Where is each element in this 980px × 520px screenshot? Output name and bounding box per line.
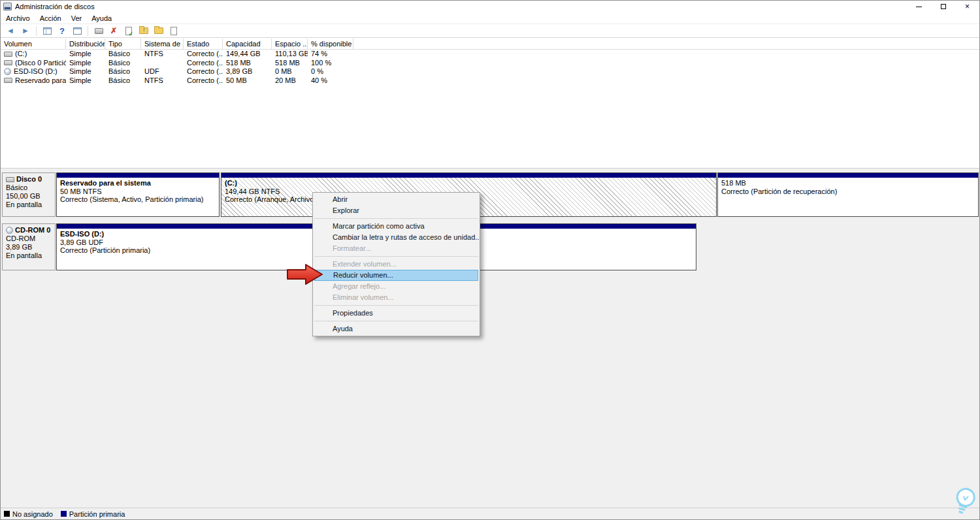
cell-capacidad: 3,89 GB <box>223 67 272 76</box>
cell-volumen: Reservado para el ... <box>1 76 66 86</box>
col-sistema[interactable]: Sistema de ... <box>141 39 184 50</box>
maximize-button[interactable] <box>931 1 955 12</box>
cell-distribucion: Simple <box>66 59 105 68</box>
menu-item-explorar[interactable]: Explorar <box>313 205 480 216</box>
cell-tipo: Básico <box>105 59 141 68</box>
rescan-disks-button[interactable] <box>93 25 105 37</box>
cell-volumen: (C:) <box>1 50 66 59</box>
disk-management-window: Administración de discos × Archivo Acció… <box>0 0 980 520</box>
lightbulb-watermark-icon <box>947 484 980 519</box>
col-volumen[interactable]: Volumen <box>1 39 66 50</box>
graphical-view: Disco 0 Básico 150,00 GB En pantalla Res… <box>1 168 979 509</box>
menu-item-extender-volumen[interactable]: Extender volumen... <box>313 259 480 270</box>
menu-item-formatear[interactable]: Formatear... <box>313 243 480 254</box>
drive-icon <box>4 60 12 65</box>
cell-filler <box>353 59 979 68</box>
disk-header-disco0[interactable]: Disco 0 Básico 150,00 GB En pantalla <box>2 172 56 217</box>
disk-type: CD-ROM <box>6 235 52 243</box>
menu-item-cambiar-letra[interactable]: Cambiar la letra y rutas de acceso de un… <box>313 232 480 243</box>
col-tipo[interactable]: Tipo <box>105 39 141 50</box>
cell-tipo: Básico <box>105 67 141 76</box>
legend-unallocated: No asignado <box>4 510 53 518</box>
menu-item-abrir[interactable]: Abrir <box>313 194 480 205</box>
col-espacio[interactable]: Espacio ... <box>272 39 308 50</box>
menu-item-agregar-reflejo[interactable]: Agregar reflejo... <box>313 281 480 292</box>
menu-item-propiedades[interactable]: Propiedades <box>313 308 480 319</box>
volume-row[interactable]: (C:) Simple Básico NTFS Correcto (... 14… <box>1 50 979 59</box>
partition-system-reserved[interactable]: Reservado para el sistema 50 MB NTFS Cor… <box>56 172 220 217</box>
cell-tipo: Básico <box>105 50 141 59</box>
cell-sistema <box>141 59 184 68</box>
properties-button[interactable] <box>168 25 180 37</box>
context-menu: Abrir Explorar Marcar partición como act… <box>312 192 480 336</box>
cell-distribucion: Simple <box>66 67 105 76</box>
partition-color-strip <box>57 173 219 178</box>
delete-volume-button[interactable]: ✗ <box>108 25 120 37</box>
cell-espacio: 110,13 GB <box>272 50 308 59</box>
cell-distribucion: Simple <box>66 76 105 86</box>
volume-row[interactable]: ESD-ISO (D:) Simple Básico UDF Correcto … <box>1 67 979 76</box>
toolbar-separator <box>88 26 88 36</box>
cell-estado: Correcto (... <box>184 76 223 86</box>
drive-letter-icon <box>139 27 148 34</box>
cell-estado: Correcto (... <box>184 59 223 68</box>
volume-row[interactable]: Reservado para el ... Simple Básico NTFS… <box>1 76 979 86</box>
open-folder-button[interactable] <box>153 25 165 37</box>
forward-button[interactable]: ► <box>20 25 31 37</box>
help-icon: ? <box>59 26 65 36</box>
window-title: Administración de discos <box>15 3 95 10</box>
show-console-tree-button[interactable] <box>41 25 53 37</box>
folder-icon <box>154 27 163 34</box>
minimize-button[interactable] <box>907 1 931 12</box>
delete-volume-icon: ✗ <box>110 26 117 35</box>
cell-sistema: NTFS <box>141 76 184 86</box>
close-button[interactable]: × <box>955 1 979 12</box>
partition-recovery[interactable]: 518 MB Correcto (Partición de recuperaci… <box>717 172 979 217</box>
partition-title: (C:) <box>225 179 713 187</box>
cell-sistema: NTFS <box>141 50 184 59</box>
title-bar[interactable]: Administración de discos × <box>1 1 979 12</box>
close-icon: × <box>965 2 970 11</box>
mark-partition-active-button[interactable] <box>123 25 135 37</box>
menu-bar: Archivo Acción Ver Ayuda <box>1 12 979 24</box>
back-button[interactable]: ◄ <box>5 25 16 37</box>
col-filler <box>353 39 979 50</box>
volume-list-header: Volumen Distribución Tipo Sistema de ...… <box>1 39 979 50</box>
toolbar-separator <box>36 26 37 36</box>
app-icon <box>3 3 12 10</box>
cd-icon <box>6 227 13 234</box>
menu-separator <box>314 256 478 257</box>
help-button[interactable]: ? <box>56 25 68 37</box>
col-capacidad[interactable]: Capacidad <box>223 39 272 50</box>
back-icon: ◄ <box>7 27 14 35</box>
maximize-icon <box>941 4 946 9</box>
partition-color-strip <box>718 173 978 178</box>
partition-size: 50 MB NTFS <box>60 187 216 196</box>
show-action-pane-button[interactable] <box>71 25 83 37</box>
change-drive-letter-button[interactable] <box>138 25 150 37</box>
menu-ayuda[interactable]: Ayuda <box>91 14 112 22</box>
menu-separator <box>314 218 478 219</box>
menu-item-ayuda[interactable]: Ayuda <box>313 323 480 334</box>
col-distribucion[interactable]: Distribución <box>66 39 105 50</box>
legend-color-unallocated <box>4 511 10 517</box>
cd-icon <box>4 68 11 75</box>
legend-primary-partition: Partición primaria <box>61 510 125 518</box>
menu-archivo[interactable]: Archivo <box>6 14 30 22</box>
menu-item-eliminar-volumen[interactable]: Eliminar volumen... <box>313 292 480 303</box>
action-pane-icon <box>73 27 82 35</box>
menu-accion[interactable]: Acción <box>40 14 61 22</box>
cell-volumen: ESD-ISO (D:) <box>1 67 66 76</box>
col-disponible[interactable]: % disponible <box>308 39 353 50</box>
menu-ver[interactable]: Ver <box>71 14 82 22</box>
cell-espacio: 518 MB <box>272 59 308 68</box>
menu-item-reducir-volumen[interactable]: Reducir volumen... <box>314 270 478 281</box>
mark-active-icon <box>125 27 132 35</box>
cell-filler <box>353 67 979 76</box>
col-estado[interactable]: Estado <box>184 39 223 50</box>
menu-separator <box>314 305 478 306</box>
volume-row[interactable]: (Disco 0 Partición 3) Simple Básico Corr… <box>1 59 979 68</box>
toolbar: ◄ ► ? ✗ <box>1 24 979 38</box>
menu-item-marcar-particion-activa[interactable]: Marcar partición como activa <box>313 221 480 232</box>
disk-header-cdrom0[interactable]: CD-ROM 0 CD-ROM 3,89 GB En pantalla <box>2 223 56 270</box>
